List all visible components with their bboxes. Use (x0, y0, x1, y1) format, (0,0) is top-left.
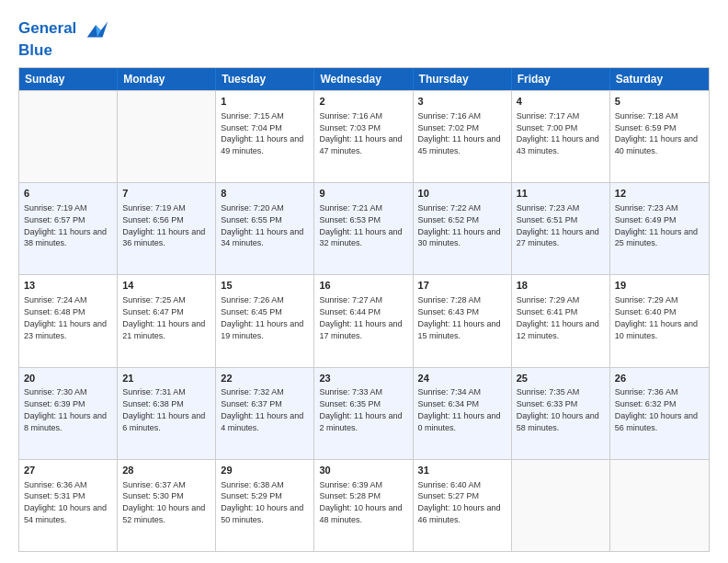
cell-info: Sunrise: 7:33 AMSunset: 6:35 PMDaylight:… (319, 387, 402, 431)
calendar-header-cell: Thursday (414, 68, 512, 90)
day-number: 18 (517, 279, 605, 293)
calendar-cell (118, 91, 216, 182)
calendar-cell: 11Sunrise: 7:23 AMSunset: 6:51 PMDayligh… (512, 183, 610, 274)
day-number: 12 (615, 187, 704, 201)
day-number: 7 (122, 187, 210, 201)
day-number: 25 (517, 372, 605, 385)
cell-info: Sunrise: 7:28 AMSunset: 6:43 PMDaylight:… (418, 295, 501, 339)
calendar-cell (610, 460, 709, 551)
logo: General Blue (18, 17, 109, 58)
calendar-cell: 3Sunrise: 7:16 AMSunset: 7:02 PMDaylight… (414, 91, 512, 182)
calendar-cell: 31Sunrise: 6:40 AMSunset: 5:27 PMDayligh… (414, 460, 512, 551)
calendar-cell: 19Sunrise: 7:29 AMSunset: 6:40 PMDayligh… (610, 275, 709, 366)
day-number: 8 (221, 187, 309, 201)
calendar-cell: 9Sunrise: 7:21 AMSunset: 6:53 PMDaylight… (314, 183, 413, 274)
calendar-cell: 14Sunrise: 7:25 AMSunset: 6:47 PMDayligh… (118, 275, 216, 366)
calendar-header-cell: Wednesday (314, 68, 413, 90)
cell-info: Sunrise: 7:19 AMSunset: 6:56 PMDaylight:… (122, 203, 205, 247)
day-number: 27 (24, 464, 112, 477)
day-number: 31 (418, 464, 506, 477)
calendar-header-cell: Monday (118, 68, 216, 90)
cell-info: Sunrise: 7:27 AMSunset: 6:44 PMDaylight:… (319, 295, 402, 339)
calendar-cell: 8Sunrise: 7:20 AMSunset: 6:55 PMDaylight… (216, 183, 314, 274)
cell-info: Sunrise: 7:22 AMSunset: 6:52 PMDaylight:… (418, 203, 501, 247)
calendar-cell (19, 91, 118, 182)
day-number: 23 (319, 372, 407, 385)
day-number: 3 (418, 95, 506, 109)
calendar-week-row: 27Sunrise: 6:36 AMSunset: 5:31 PMDayligh… (19, 459, 709, 551)
calendar-cell: 30Sunrise: 6:39 AMSunset: 5:28 PMDayligh… (314, 460, 413, 551)
calendar-week-row: 13Sunrise: 7:24 AMSunset: 6:48 PMDayligh… (19, 274, 709, 366)
cell-info: Sunrise: 7:25 AMSunset: 6:47 PMDaylight:… (122, 295, 205, 339)
cell-info: Sunrise: 7:30 AMSunset: 6:39 PMDaylight:… (24, 387, 107, 431)
cell-info: Sunrise: 7:29 AMSunset: 6:41 PMDaylight:… (517, 295, 599, 339)
cell-info: Sunrise: 7:23 AMSunset: 6:49 PMDaylight:… (615, 203, 698, 247)
calendar-cell: 6Sunrise: 7:19 AMSunset: 6:57 PMDaylight… (19, 183, 118, 274)
day-number: 15 (221, 279, 309, 293)
cell-info: Sunrise: 7:15 AMSunset: 7:04 PMDaylight:… (221, 111, 303, 155)
calendar-cell: 18Sunrise: 7:29 AMSunset: 6:41 PMDayligh… (512, 275, 610, 366)
calendar-cell: 24Sunrise: 7:34 AMSunset: 6:34 PMDayligh… (414, 368, 512, 459)
calendar-cell: 21Sunrise: 7:31 AMSunset: 6:38 PMDayligh… (118, 368, 216, 459)
calendar-cell: 22Sunrise: 7:32 AMSunset: 6:37 PMDayligh… (216, 368, 314, 459)
calendar-cell: 10Sunrise: 7:22 AMSunset: 6:52 PMDayligh… (414, 183, 512, 274)
calendar-cell: 16Sunrise: 7:27 AMSunset: 6:44 PMDayligh… (314, 275, 413, 366)
calendar-header-cell: Saturday (610, 68, 709, 90)
calendar-cell: 20Sunrise: 7:30 AMSunset: 6:39 PMDayligh… (19, 368, 118, 459)
cell-info: Sunrise: 7:24 AMSunset: 6:48 PMDaylight:… (24, 295, 107, 339)
cell-info: Sunrise: 7:29 AMSunset: 6:40 PMDaylight:… (615, 295, 698, 339)
cell-info: Sunrise: 7:34 AMSunset: 6:34 PMDaylight:… (418, 387, 501, 431)
cell-info: Sunrise: 6:38 AMSunset: 5:29 PMDaylight:… (221, 480, 303, 524)
cell-info: Sunrise: 7:35 AMSunset: 6:33 PMDaylight:… (517, 387, 599, 431)
calendar-cell: 1Sunrise: 7:15 AMSunset: 7:04 PMDaylight… (216, 91, 314, 182)
calendar-cell: 2Sunrise: 7:16 AMSunset: 7:03 PMDaylight… (314, 91, 413, 182)
day-number: 20 (24, 372, 112, 385)
calendar-cell: 27Sunrise: 6:36 AMSunset: 5:31 PMDayligh… (19, 460, 118, 551)
calendar-week-row: 6Sunrise: 7:19 AMSunset: 6:57 PMDaylight… (19, 182, 709, 274)
day-number: 2 (319, 95, 407, 109)
calendar-cell: 28Sunrise: 6:37 AMSunset: 5:30 PMDayligh… (118, 460, 216, 551)
calendar-cell: 17Sunrise: 7:28 AMSunset: 6:43 PMDayligh… (414, 275, 512, 366)
day-number: 24 (418, 372, 506, 385)
calendar-week-row: 1Sunrise: 7:15 AMSunset: 7:04 PMDaylight… (19, 90, 709, 182)
day-number: 16 (319, 279, 407, 293)
header: General Blue (18, 17, 710, 58)
day-number: 13 (24, 279, 112, 293)
calendar-cell: 12Sunrise: 7:23 AMSunset: 6:49 PMDayligh… (610, 183, 709, 274)
day-number: 6 (24, 187, 112, 201)
calendar-cell: 23Sunrise: 7:33 AMSunset: 6:35 PMDayligh… (314, 368, 413, 459)
calendar-cell (512, 460, 610, 551)
cell-info: Sunrise: 7:26 AMSunset: 6:45 PMDaylight:… (221, 295, 303, 339)
day-number: 22 (221, 372, 309, 385)
cell-info: Sunrise: 6:40 AMSunset: 5:27 PMDaylight:… (418, 480, 501, 524)
calendar-cell: 29Sunrise: 6:38 AMSunset: 5:29 PMDayligh… (216, 460, 314, 551)
cell-info: Sunrise: 7:18 AMSunset: 6:59 PMDaylight:… (615, 111, 698, 155)
calendar-header-cell: Sunday (19, 68, 118, 90)
calendar-week-row: 20Sunrise: 7:30 AMSunset: 6:39 PMDayligh… (19, 367, 709, 459)
calendar-cell: 26Sunrise: 7:36 AMSunset: 6:32 PMDayligh… (610, 368, 709, 459)
calendar-header-cell: Tuesday (216, 68, 314, 90)
day-number: 19 (615, 279, 704, 293)
page: General Blue SundayMondayTuesdayWednesda… (0, 0, 728, 563)
cell-info: Sunrise: 7:32 AMSunset: 6:37 PMDaylight:… (221, 387, 303, 431)
day-number: 21 (122, 372, 210, 385)
calendar-cell: 25Sunrise: 7:35 AMSunset: 6:33 PMDayligh… (512, 368, 610, 459)
calendar-cell: 4Sunrise: 7:17 AMSunset: 7:00 PMDaylight… (512, 91, 610, 182)
calendar-header-cell: Friday (512, 68, 610, 90)
day-number: 10 (418, 187, 506, 201)
cell-info: Sunrise: 7:16 AMSunset: 7:03 PMDaylight:… (319, 111, 402, 155)
day-number: 4 (517, 95, 605, 109)
cell-info: Sunrise: 6:36 AMSunset: 5:31 PMDaylight:… (24, 480, 107, 524)
cell-info: Sunrise: 7:23 AMSunset: 6:51 PMDaylight:… (517, 203, 599, 247)
calendar-cell: 15Sunrise: 7:26 AMSunset: 6:45 PMDayligh… (216, 275, 314, 366)
day-number: 5 (615, 95, 704, 109)
cell-info: Sunrise: 6:37 AMSunset: 5:30 PMDaylight:… (122, 480, 205, 524)
cell-info: Sunrise: 7:21 AMSunset: 6:53 PMDaylight:… (319, 203, 402, 247)
day-number: 28 (122, 464, 210, 477)
calendar-body: 1Sunrise: 7:15 AMSunset: 7:04 PMDaylight… (19, 90, 709, 551)
day-number: 17 (418, 279, 506, 293)
cell-info: Sunrise: 7:36 AMSunset: 6:32 PMDaylight:… (615, 387, 698, 431)
calendar-header-row: SundayMondayTuesdayWednesdayThursdayFrid… (19, 68, 709, 90)
day-number: 26 (615, 372, 704, 385)
day-number: 14 (122, 279, 210, 293)
